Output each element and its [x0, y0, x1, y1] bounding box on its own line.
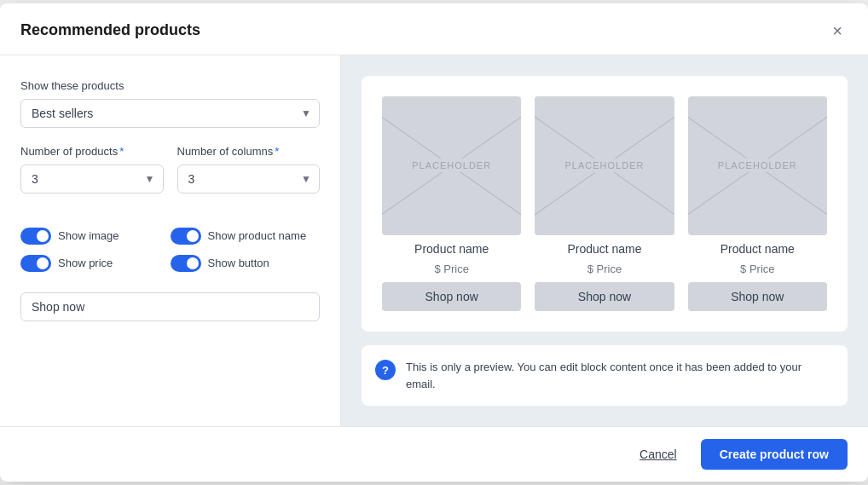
show-image-toggle[interactable]: [20, 228, 51, 245]
right-panel: PLACEHOLDER Product name $ Price Shop no…: [341, 55, 868, 426]
placeholder-text: PLACEHOLDER: [562, 159, 648, 172]
modal: Recommended products × Show these produc…: [0, 3, 868, 482]
create-product-row-button[interactable]: Create product row: [701, 439, 848, 470]
placeholder-text: PLACEHOLDER: [715, 159, 801, 172]
num-columns-group: Number of columns 1 2 3 4 ▼: [177, 145, 321, 211]
show-button-toggle[interactable]: [171, 255, 201, 272]
close-button[interactable]: ×: [827, 20, 848, 41]
row-fields: Number of products 1 2 3 4 5 ▼ Number of…: [20, 145, 320, 211]
show-button-label: Show button: [208, 257, 269, 269]
toggle-show-button-row: Show button: [171, 255, 321, 272]
num-products-label: Number of products: [20, 145, 164, 158]
product-name: Product name: [414, 242, 489, 256]
product-name: Product name: [720, 242, 795, 256]
placeholder-image: PLACEHOLDER: [382, 96, 521, 235]
modal-header: Recommended products ×: [0, 3, 868, 55]
show-price-toggle[interactable]: [20, 255, 51, 272]
show-products-label: Show these products: [20, 79, 320, 92]
info-icon: ?: [375, 360, 396, 380]
num-columns-select[interactable]: 1 2 3 4: [177, 165, 321, 193]
product-card: PLACEHOLDER Product name $ Price Shop no…: [535, 96, 674, 311]
placeholder-image: PLACEHOLDER: [535, 96, 674, 235]
num-columns-label: Number of columns: [177, 145, 321, 158]
show-product-name-label: Show product name: [208, 229, 307, 242]
product-price: $ Price: [434, 263, 468, 275]
show-products-select[interactable]: Best sellers Newest Featured Manual: [20, 99, 320, 128]
show-product-name-toggle[interactable]: [171, 228, 201, 245]
num-columns-select-wrapper: 1 2 3 4 ▼: [177, 165, 321, 193]
modal-body: Show these products Best sellers Newest …: [0, 55, 868, 426]
show-price-label: Show price: [58, 257, 113, 269]
num-products-select[interactable]: 1 2 3 4 5: [20, 165, 164, 193]
shop-now-button[interactable]: Shop now: [535, 282, 674, 311]
shop-now-button[interactable]: Shop now: [688, 282, 827, 311]
info-text: This is only a preview. You can edit blo…: [406, 359, 834, 392]
modal-title: Recommended products: [20, 21, 200, 39]
toggle-show-price-row: Show price: [20, 255, 171, 272]
button-text-input[interactable]: [20, 292, 320, 321]
num-products-select-wrapper: 1 2 3 4 5 ▼: [20, 165, 164, 193]
product-price: $ Price: [587, 263, 622, 275]
cancel-button[interactable]: Cancel: [629, 441, 687, 468]
toggle-show-image-row: Show image: [20, 228, 171, 245]
placeholder-image: PLACEHOLDER: [688, 96, 827, 235]
product-card: PLACEHOLDER Product name $ Price Shop no…: [382, 96, 521, 311]
placeholder-text: PLACEHOLDER: [408, 159, 495, 172]
modal-footer: Cancel Create product row: [0, 426, 868, 482]
show-image-label: Show image: [58, 229, 119, 242]
num-products-group: Number of products 1 2 3 4 5 ▼: [20, 145, 164, 211]
product-name: Product name: [567, 242, 641, 256]
left-panel: Show these products Best sellers Newest …: [0, 55, 341, 426]
shop-now-button[interactable]: Shop now: [382, 282, 521, 311]
show-products-select-wrapper: Best sellers Newest Featured Manual ▼: [20, 99, 320, 128]
product-card: PLACEHOLDER Product name $ Price Shop no…: [688, 96, 827, 311]
toggle-show-product-name-row: Show product name: [171, 228, 321, 245]
toggles-grid: Show image Show product name Show price: [20, 228, 320, 272]
product-price: $ Price: [740, 263, 774, 275]
info-box: ? This is only a preview. You can edit b…: [362, 345, 848, 406]
preview-area: PLACEHOLDER Product name $ Price Shop no…: [362, 76, 848, 332]
